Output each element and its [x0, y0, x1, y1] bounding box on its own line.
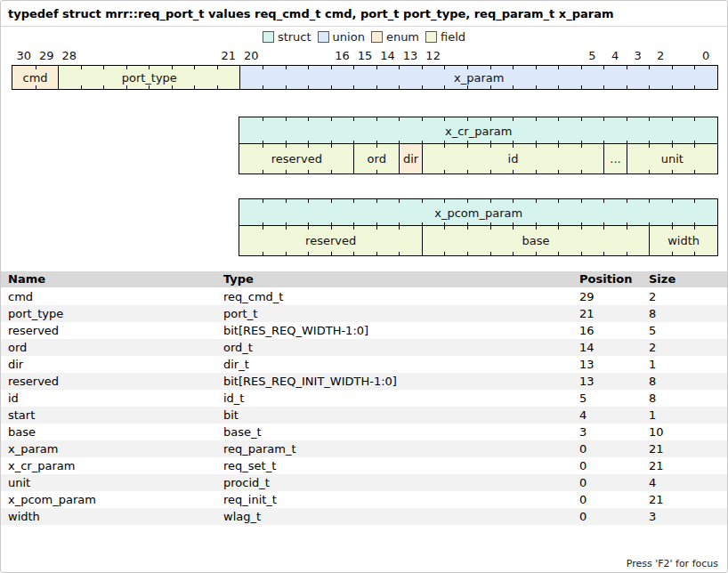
title-divider: [1, 26, 727, 27]
legend-item-struct: struct: [263, 30, 311, 44]
field-label: ...: [610, 152, 620, 165]
bit-tick: [467, 226, 468, 230]
field-label: cmd: [23, 71, 48, 85]
bit-tick: [603, 144, 604, 148]
x_cr_param-header-bar[interactable]: x_cr_param: [239, 117, 718, 145]
bit-tick: [263, 199, 263, 203]
bit-tick: [422, 252, 423, 255]
bit-tick: [536, 66, 537, 69]
bit-tick: [399, 252, 400, 255]
table-row[interactable]: widthwlag_t03: [1, 508, 727, 525]
table-row[interactable]: x_pcom_paramreq_init_t021: [1, 491, 727, 508]
bit-tick: [513, 117, 514, 121]
bit-tick: [649, 252, 650, 255]
bit-tick: [558, 117, 559, 121]
bit-tick: [217, 66, 218, 69]
cell-type: req_param_t: [223, 440, 296, 457]
cell-type: wlag_t: [223, 508, 261, 525]
bit-number-label: 12: [425, 49, 441, 62]
bit-tick: [286, 199, 287, 203]
bit-tick: [467, 85, 468, 89]
bit-tick: [217, 85, 218, 89]
field-cell-x_param[interactable]: x_param: [239, 66, 717, 89]
page-title: typedef struct mrr::req_port_t values re…: [8, 7, 614, 20]
table-row[interactable]: idid_t58: [1, 390, 727, 407]
table-row[interactable]: reservedbit[RES_REQ_INIT_WIDTH-1:0]138: [1, 373, 727, 390]
bit-tick: [353, 252, 354, 255]
bit-number-label: 5: [588, 49, 595, 62]
bit-tick: [490, 226, 491, 230]
field-cell-dir[interactable]: dir: [399, 144, 422, 174]
bit-tick: [58, 85, 59, 89]
bitfield-viewer-window: typedef struct mrr::req_port_t values re…: [0, 0, 728, 573]
table-row[interactable]: basebase_t310: [1, 424, 727, 440]
cell-position: 29: [579, 288, 595, 305]
bit-tick: [286, 85, 287, 89]
bit-tick: [649, 117, 650, 121]
bit-tick: [286, 66, 287, 69]
bit-tick: [286, 252, 287, 255]
field-label: port_type: [122, 71, 177, 85]
cell-name: start: [8, 407, 35, 424]
x_pcom_param-header-bar[interactable]: x_pcom_param: [239, 198, 718, 227]
struct-color-swatch: [263, 31, 274, 43]
bit-tick: [627, 66, 627, 69]
bit-tick: [627, 226, 627, 230]
bit-tick: [536, 252, 537, 255]
table-row[interactable]: port_typeport_t218: [1, 305, 727, 322]
field-label: dir: [403, 152, 418, 165]
cell-size: 2: [649, 339, 656, 356]
table-row[interactable]: dirdir_t131: [1, 356, 727, 373]
bit-number-label: 29: [39, 49, 54, 62]
legend-item-union: union: [318, 30, 365, 44]
bit-tick: [558, 252, 559, 255]
legend-item-enum: enum: [371, 30, 419, 44]
cell-size: 8: [649, 373, 656, 390]
bit-tick: [376, 66, 377, 69]
bit-tick: [308, 66, 309, 69]
cell-size: 10: [649, 424, 664, 440]
bit-number-label: 16: [335, 49, 350, 62]
bit-tick: [422, 117, 423, 121]
cell-type: req_init_t: [223, 491, 277, 508]
bit-number-label: 2: [657, 49, 664, 62]
field-cell-reserved[interactable]: reserved: [239, 144, 353, 174]
bit-number-label: 20: [244, 49, 259, 62]
cell-name: dir: [8, 356, 23, 373]
table-row[interactable]: x_paramreq_param_t021: [1, 440, 727, 457]
bit-tick: [603, 117, 604, 121]
field-cell-start[interactable]: ...: [603, 144, 627, 174]
cell-name: width: [8, 508, 40, 525]
table-row[interactable]: reservedbit[RES_REQ_WIDTH-1:0]165: [1, 322, 727, 339]
table-row[interactable]: ordord_t142: [1, 339, 727, 356]
field-cell-width[interactable]: width: [649, 226, 717, 255]
bit-tick: [399, 66, 400, 69]
bit-tick: [399, 117, 400, 121]
field-label: x_param: [454, 71, 504, 85]
table-row[interactable]: unitprocid_t04: [1, 474, 727, 491]
bit-tick: [36, 66, 36, 69]
bit-tick: [513, 170, 514, 174]
bit-tick: [263, 226, 263, 230]
bit-tick: [513, 66, 514, 69]
bit-tick: [694, 199, 695, 203]
bit-tick: [467, 66, 468, 69]
bit-tick: [558, 66, 559, 69]
bit-tick: [353, 226, 354, 230]
bit-tick: [513, 85, 514, 89]
bit-number-label: 28: [62, 49, 77, 62]
cell-name: id: [8, 390, 19, 407]
bit-tick: [399, 144, 400, 148]
table-row[interactable]: startbit41: [1, 407, 727, 424]
legend-label: field: [441, 30, 465, 44]
cell-position: 13: [579, 356, 595, 373]
bit-tick: [308, 85, 309, 89]
bit-tick: [353, 117, 354, 121]
bit-tick: [490, 170, 491, 174]
table-row[interactable]: cmdreq_cmd_t292: [1, 288, 727, 305]
legend-label: struct: [278, 30, 311, 44]
bit-tick: [603, 199, 604, 203]
cell-name: ord: [8, 339, 27, 356]
bit-tick: [58, 66, 59, 69]
table-row[interactable]: x_cr_paramreq_set_t021: [1, 457, 727, 474]
